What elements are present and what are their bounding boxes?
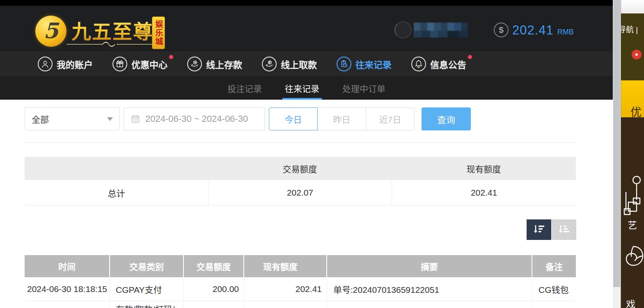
cell-amount — [184, 301, 244, 308]
nav-label: 线上取款 — [281, 57, 317, 71]
cell-type: CGPAY支付 — [110, 277, 184, 301]
vertical-scrollbar — [613, 0, 621, 308]
record-subtabs: 投注记录 往来记录 处理中订单 — [0, 76, 613, 100]
brand-emblem-icon[interactable]: 5 — [35, 16, 66, 47]
cell-time: 2024-06-30 18:18:15 — [25, 277, 110, 301]
side-arcade-label[interactable]: 艺 — [628, 217, 637, 231]
main-window: 5 九五至尊 娱乐城 $ 202.41 RMB — [0, 0, 613, 308]
side-game-label[interactable]: 戏 — [626, 297, 635, 308]
col-header-amount: 交易额度 — [184, 255, 244, 277]
type-select-value: 全部 — [32, 113, 49, 125]
sort-descending-button[interactable] — [527, 219, 551, 240]
chevron-down-icon — [107, 117, 113, 121]
nav-label: 优惠中心 — [131, 57, 167, 71]
nav-label: 信息公告 — [430, 57, 466, 71]
nav-label: 线上存款 — [206, 57, 242, 71]
nav-label: 往来记录 — [355, 57, 392, 71]
tab-pending-orders[interactable]: 处理中订单 — [340, 76, 388, 100]
summary-header-transaction: 交易额度 — [208, 157, 392, 180]
withdraw-icon — [262, 57, 277, 71]
background-window-topbar — [621, 0, 644, 14]
summary-header-empty — [25, 157, 208, 180]
content-area: 全部 2024-06-30 ~ 2024-06-30 今日 昨日 近7日 查询 — [0, 100, 613, 308]
summary-header-row: 交易额度 现有额度 — [25, 157, 576, 180]
flourish-ornament-icon — [66, 41, 154, 48]
cell-type: 存款/取款/打码/ — [110, 301, 184, 308]
cell-amount: 200.00 — [184, 277, 244, 301]
records-icon — [337, 57, 351, 71]
calendar-icon — [131, 114, 140, 124]
range-last7days-button[interactable]: 近7日 — [366, 107, 415, 130]
user-avatar[interactable] — [394, 21, 412, 39]
summary-total-transaction: 202.07 — [208, 180, 392, 205]
col-header-summary: 摘要 — [327, 255, 532, 277]
brand-emblem-glyph: 5 — [44, 18, 58, 43]
nav-item-promotions[interactable]: 优惠中心 — [112, 57, 167, 71]
user-icon — [38, 57, 53, 71]
notification-dot — [169, 55, 173, 59]
balance-currency: RMB — [557, 28, 574, 37]
gift-icon — [112, 57, 127, 71]
dollar-coin-icon: $ — [494, 23, 509, 37]
search-button[interactable]: 查询 — [422, 107, 471, 130]
sort-button-group — [527, 219, 576, 240]
col-header-balance: 现有额度 — [244, 255, 327, 277]
balance-amount: 202.41 — [512, 23, 554, 38]
nav-label: 我的账户 — [57, 57, 93, 71]
brand-title[interactable]: 九五至尊 — [71, 16, 154, 44]
nav-item-my-account[interactable]: 我的账户 — [38, 57, 93, 71]
tab-transaction-records[interactable]: 往来记录 — [282, 76, 322, 100]
side-nav-text[interactable]: 导航 | — [621, 23, 638, 34]
nav-item-announcements[interactable]: 信息公告 — [411, 57, 466, 71]
shell-icon[interactable] — [623, 243, 644, 275]
cell-note — [532, 301, 576, 308]
app-root: 5 九五至尊 娱乐城 $ 202.41 RMB — [0, 0, 644, 308]
censored-username — [414, 23, 468, 38]
side-promo-text: 优 — [630, 103, 642, 119]
summary-total-current: 202.41 — [392, 180, 576, 205]
nav-item-deposit[interactable]: 线上存款 — [187, 57, 242, 71]
summary-table: 交易额度 现有额度 总计 202.07 202.41 — [25, 157, 576, 205]
col-header-time: 时间 — [25, 255, 110, 277]
sort-descending-icon — [532, 224, 545, 235]
site-header: 5 九五至尊 娱乐城 $ 202.41 RMB — [0, 6, 613, 51]
star-glyph: ★ — [635, 52, 639, 57]
section-divider — [25, 142, 576, 143]
top-black-strip — [0, 0, 613, 6]
summary-header-current: 现有额度 — [392, 157, 576, 180]
sort-ascending-icon — [557, 224, 571, 235]
flower-badge-icon: ★ — [632, 50, 642, 59]
cell-note: CG钱包 — [532, 277, 576, 301]
cell-summary: 单号:202407013659122051 — [327, 277, 532, 301]
scrollbar-thumb[interactable] — [613, 0, 620, 287]
records-table: 时间 交易类别 交易额度 现有额度 摘要 备注 2024-06-30 18:18… — [25, 255, 576, 308]
cell-summary — [327, 301, 532, 308]
summary-total-row: 总计 202.07 202.41 — [25, 180, 576, 205]
range-today-button[interactable]: 今日 — [269, 107, 318, 130]
table-row: 2024-06-30 18:18:15 CGPAY支付 200.00 202.4… — [25, 277, 576, 301]
cell-balance: 202.41 — [244, 277, 327, 301]
background-window-header: 导航 | ★ — [621, 14, 644, 80]
summary-total-label: 总计 — [25, 180, 208, 205]
brand-badge: 娱乐城 — [152, 16, 165, 49]
joystick-icon[interactable] — [622, 174, 643, 215]
date-range-input[interactable]: 2024-06-30 ~ 2024-06-30 — [124, 107, 265, 130]
deposit-icon — [187, 57, 202, 71]
background-window-peek: 导航 | ★ 优 艺 戏 — [621, 0, 644, 308]
date-range-value: 2024-06-30 ~ 2024-06-30 — [145, 114, 248, 124]
wallet-balance[interactable]: 202.41 RMB — [512, 23, 574, 38]
col-header-type: 交易类别 — [110, 255, 184, 277]
side-promo-banner[interactable]: 优 — [621, 80, 644, 117]
range-yesterday-button[interactable]: 昨日 — [317, 107, 366, 130]
table-row: 存款/取款/打码/ — [25, 301, 576, 308]
tab-betting-records[interactable]: 投注记录 — [225, 76, 264, 100]
primary-nav: 我的账户 优惠中心 线上存款 线上取款 — [0, 51, 613, 76]
col-header-note: 备注 — [532, 255, 576, 277]
quick-range-group: 今日 昨日 近7日 — [269, 107, 415, 130]
cell-balance — [244, 301, 327, 308]
records-header-row: 时间 交易类别 交易额度 现有额度 摘要 备注 — [25, 255, 576, 277]
sort-ascending-button[interactable] — [552, 219, 576, 240]
nav-item-transaction-records[interactable]: 往来记录 — [337, 57, 392, 71]
type-select[interactable]: 全部 — [25, 107, 120, 130]
nav-item-withdraw[interactable]: 线上取款 — [262, 57, 317, 71]
